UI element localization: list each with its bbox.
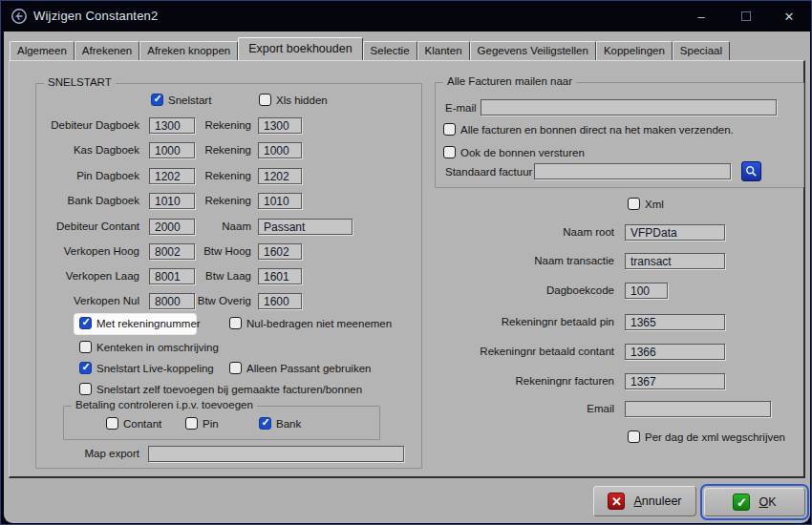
search-icon bbox=[745, 165, 758, 178]
tab-speciaal[interactable]: Speciaal bbox=[673, 41, 730, 60]
checkbox-icon bbox=[185, 417, 198, 430]
ok-button[interactable]: ✓ OK bbox=[704, 488, 805, 516]
row-label2: Rekening bbox=[204, 119, 251, 131]
xml-email-input[interactable] bbox=[625, 401, 771, 417]
standaard-factuur-label: Standaard factuur bbox=[445, 166, 532, 178]
checkbox-icon bbox=[259, 94, 271, 106]
xml-field-row: Dagboekcode 100 bbox=[10, 283, 803, 299]
row-label2: Rekening bbox=[204, 144, 251, 156]
tab-strip: Algemeen Afrekenen Afreken knoppen Expor… bbox=[10, 37, 730, 60]
tab-afreken-knoppen[interactable]: Afreken knoppen bbox=[139, 41, 238, 60]
close-button[interactable]: ✕ bbox=[769, 1, 809, 32]
rekeningnr-betaald-contant-input[interactable]: 1366 bbox=[625, 344, 725, 360]
ok-button-focus-ring: ✓ OK bbox=[700, 484, 809, 520]
rekening-input[interactable]: 1010 bbox=[258, 193, 302, 209]
field-label: Rekeningnr facturen bbox=[515, 375, 614, 387]
row-label2: Rekening bbox=[204, 195, 251, 206]
send-bonnen-checkbox[interactable]: Ook de bonnen versturen bbox=[443, 146, 585, 158]
tab-export-boekhouden[interactable]: Export boekhouden bbox=[238, 37, 362, 60]
checkbox-icon bbox=[151, 94, 163, 106]
field-label: Rekeningnr betaald contant bbox=[480, 346, 614, 357]
window-title: Wijzigen Constanten2 bbox=[33, 9, 158, 23]
checkbox-label: Bank bbox=[276, 418, 301, 430]
mail-group: Alle Facturen mailen naar E-mail Alle fa… bbox=[435, 82, 804, 188]
dagboek-row: Debiteur Dagboek 1300 Rekening 1300 bbox=[36, 117, 421, 134]
dagboek-input[interactable]: 1300 bbox=[149, 117, 195, 134]
checkbox-label: Snelstart bbox=[168, 94, 211, 106]
tab-koppelingen[interactable]: Koppelingen bbox=[596, 41, 673, 60]
rekening-input[interactable]: 1300 bbox=[258, 117, 302, 134]
tab-afrekenen[interactable]: Afrekenen bbox=[75, 41, 139, 60]
snelstart-group-title: SNELSTART bbox=[44, 76, 116, 88]
checkbox-label: Pin bbox=[203, 418, 219, 430]
mail-group-title: Alle Facturen mailen naar bbox=[443, 75, 576, 87]
row-label: Kas Dagboek bbox=[74, 144, 139, 156]
checkbox-label: Alleen Passant gebruiken bbox=[246, 363, 371, 374]
checkbox-label: Contant bbox=[123, 418, 161, 430]
rekening-input[interactable]: 1000 bbox=[258, 142, 302, 158]
snelstart-checkbox[interactable]: Snelstart bbox=[151, 94, 211, 106]
rekeningnr-betaald-pin-input[interactable]: 1365 bbox=[625, 314, 725, 330]
checkbox-icon bbox=[106, 417, 118, 430]
checkbox-label: Xls hidden bbox=[276, 94, 328, 106]
per-dag-xml-checkbox[interactable]: Per dag de xml wegschrijven bbox=[628, 430, 785, 443]
checkbox-label: Per dag de xml wegschrijven bbox=[645, 431, 785, 443]
email-input[interactable] bbox=[481, 99, 777, 116]
dialog-window: Wijzigen Constanten2 – ✕ Algemeen Afreke… bbox=[0, 0, 812, 525]
xml-checkbox[interactable]: Xml bbox=[628, 198, 664, 210]
app-icon bbox=[11, 8, 28, 25]
row-label: Bank Dagboek bbox=[68, 195, 139, 206]
annuleer-button[interactable]: ✕ Annuleer bbox=[593, 486, 696, 516]
field-label: Dagboekcode bbox=[546, 284, 614, 296]
minimize-button[interactable]: – bbox=[681, 1, 721, 32]
dagboek-row: Pin Dagboek 1202 Rekening 1202 bbox=[36, 168, 421, 184]
row-label: Pin Dagboek bbox=[76, 170, 139, 181]
dagboek-row: Kas Dagboek 1000 Rekening 1000 bbox=[36, 142, 421, 158]
contant-checkbox[interactable]: Contant bbox=[106, 417, 161, 430]
rekening-input[interactable]: 1202 bbox=[258, 168, 302, 184]
tab-algemeen[interactable]: Algemeen bbox=[10, 41, 75, 60]
checkbox-icon bbox=[628, 430, 640, 443]
naam-root-input[interactable]: VFPData bbox=[625, 224, 725, 241]
ok-button-label: OK bbox=[759, 495, 776, 509]
row-label: Verkopen Laag bbox=[66, 270, 139, 282]
checkbox-icon bbox=[443, 146, 456, 158]
row-label2: Rekening bbox=[204, 170, 251, 181]
dialog-body: Algemeen Afrekenen Afreken knoppen Expor… bbox=[4, 32, 810, 523]
field-label: Email bbox=[587, 403, 614, 414]
dagboek-input[interactable]: 1010 bbox=[149, 193, 195, 209]
tab-selectie[interactable]: Selectie bbox=[363, 41, 417, 60]
ok-check-icon: ✓ bbox=[733, 494, 750, 511]
dagboek-row: Bank Dagboek 1010 Rekening 1010 bbox=[36, 193, 421, 209]
tab-klanten[interactable]: Klanten bbox=[417, 41, 470, 60]
send-all-checkbox[interactable]: Alle facturen en bonnen direct na het ma… bbox=[443, 123, 734, 136]
maximize-button[interactable] bbox=[726, 1, 766, 32]
checkbox-label: Ook de bonnen versturen bbox=[460, 147, 585, 158]
xml-field-row: Naam transactie transact bbox=[10, 253, 803, 269]
checkbox-icon bbox=[628, 198, 640, 210]
field-label: Rekeningnr betaald pin bbox=[502, 316, 614, 327]
rekeningnr-facturen-input[interactable]: 1367 bbox=[625, 373, 725, 389]
xml-field-row: Rekeningnr betaald pin 1365 bbox=[10, 314, 803, 330]
xls-hidden-checkbox[interactable]: Xls hidden bbox=[259, 94, 328, 106]
xml-field-row: Naam root VFPData bbox=[10, 224, 803, 241]
map-export-label: Map export bbox=[84, 448, 139, 459]
dagboekcode-input[interactable]: 100 bbox=[625, 283, 668, 299]
pin-checkbox[interactable]: Pin bbox=[185, 417, 219, 430]
checkbox-label: Snelstart Live-koppeling bbox=[96, 363, 214, 374]
xml-field-row: Rekeningnr facturen 1367 bbox=[10, 373, 803, 389]
dagboek-input[interactable]: 1000 bbox=[149, 142, 195, 158]
checkbox-icon bbox=[259, 417, 271, 430]
xml-field-row: Email bbox=[10, 401, 803, 417]
dagboek-input[interactable]: 1202 bbox=[149, 168, 195, 184]
titlebar: Wijzigen Constanten2 – ✕ bbox=[1, 1, 811, 32]
tab-gegevens-veiligstellen[interactable]: Gegevens Veiligstellen bbox=[470, 41, 596, 60]
annuleer-button-label: Annuleer bbox=[633, 494, 681, 508]
field-label: Naam root bbox=[563, 226, 614, 238]
standaard-factuur-input[interactable] bbox=[534, 163, 731, 179]
checkbox-label: Xml bbox=[645, 199, 664, 210]
bank-checkbox[interactable]: Bank bbox=[259, 417, 301, 430]
map-export-input[interactable] bbox=[148, 446, 404, 462]
search-button[interactable] bbox=[741, 161, 761, 181]
naam-transactie-input[interactable]: transact bbox=[625, 253, 725, 269]
